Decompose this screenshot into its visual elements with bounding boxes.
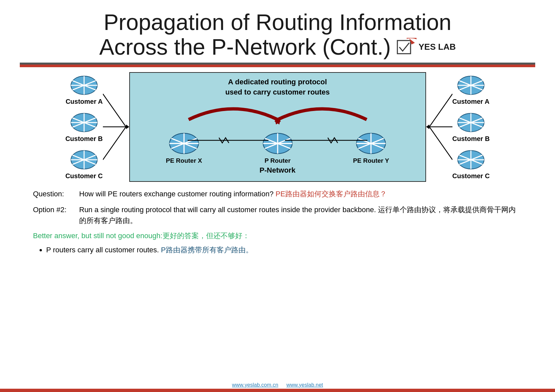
question-text: How will PE routers exchange customer ro… (79, 188, 522, 199)
left-connectors (103, 81, 129, 173)
yeslab-badge: YES LAB (397, 38, 456, 56)
svg-rect-0 (397, 41, 411, 54)
question-label: Question: (33, 188, 73, 199)
router-icon-left-b (69, 111, 99, 134)
slide: Propagation of Routing Information Acros… (0, 0, 555, 392)
router-col-pe-x: PE Router X (166, 131, 202, 164)
router-col-p: P Router (261, 131, 294, 164)
question-text-cn: PE路由器如何交换客户路由信息？ (276, 190, 387, 198)
right-customers: Customer A Customer B (452, 74, 490, 180)
svg-marker-19 (126, 125, 129, 129)
customer-group-left-b: Customer B (65, 111, 103, 143)
option2-label: Option #2: (33, 204, 73, 226)
bullet-item-1: P routers carry all customer routes. P路由… (46, 244, 522, 256)
customer-group-left-c: Customer C (65, 149, 103, 180)
svg-line-18 (103, 127, 126, 160)
title-area: Propagation of Routing Information Acros… (20, 10, 535, 59)
customer-group-right-b: Customer B (452, 111, 490, 143)
svg-marker-42 (426, 125, 429, 129)
router-icon-left-c (69, 149, 99, 171)
p-router-icon (261, 131, 294, 156)
question-row: Question: How will PE routers exchange c… (33, 188, 522, 199)
svg-line-16 (103, 94, 126, 127)
divider-red (20, 65, 535, 67)
bottom-bar (0, 389, 555, 392)
checkbox-checkmark-icon (397, 38, 416, 56)
network-box-title-line2: used to carry customer routes (137, 88, 419, 97)
title-line2: Across the P-Network (Cont.) YES LAB (20, 35, 535, 59)
red-arrows-svg (162, 98, 393, 125)
pe-router-x-icon (168, 131, 200, 156)
svg-line-41 (429, 127, 452, 160)
content-area: Question: How will PE routers exchange c… (20, 188, 535, 256)
option2-text: Run a single routing protocol that will … (79, 204, 522, 226)
network-box: A dedicated routing protocol used to car… (129, 72, 426, 182)
diagram-container: Customer A Customer B (20, 72, 535, 182)
better-answer: Better answer, but still not good enough… (33, 231, 522, 241)
bullet-list: P routers carry all customer routes. P路由… (33, 244, 522, 256)
router-icon-left-a (69, 74, 99, 97)
customer-group-left-a: Customer A (66, 74, 103, 105)
router-col-pe-y: PE Router Y (353, 131, 389, 164)
customer-group-right-c: Customer C (452, 149, 490, 180)
svg-line-39 (429, 94, 452, 127)
router-icon-right-b (456, 111, 486, 134)
routers-row: PE Router X P Router (137, 131, 419, 164)
p-network-label: P-Network (137, 166, 419, 175)
yeslab-label: YES LAB (418, 42, 456, 52)
network-box-title-line1: A dedicated routing protocol (137, 78, 419, 86)
router-icon-right-a (456, 74, 486, 97)
option2-row: Option #2: Run a single routing protocol… (33, 204, 522, 226)
right-connectors (426, 81, 452, 173)
pe-router-y-icon (355, 131, 387, 156)
title-line1: Propagation of Routing Information (20, 10, 535, 35)
customer-group-right-a: Customer A (452, 74, 490, 105)
footer-link2[interactable]: www.yeslab.net (286, 382, 323, 388)
left-customers: Customer A Customer B (65, 74, 103, 180)
footer: www.yeslab.com.cn www.yeslab.net (0, 382, 555, 388)
footer-link1[interactable]: www.yeslab.com.cn (232, 382, 278, 388)
bullet-item-1-cn: P路由器携带所有客户路由。 (161, 246, 253, 254)
arrows-area (137, 98, 419, 125)
router-icon-right-c (456, 149, 486, 171)
